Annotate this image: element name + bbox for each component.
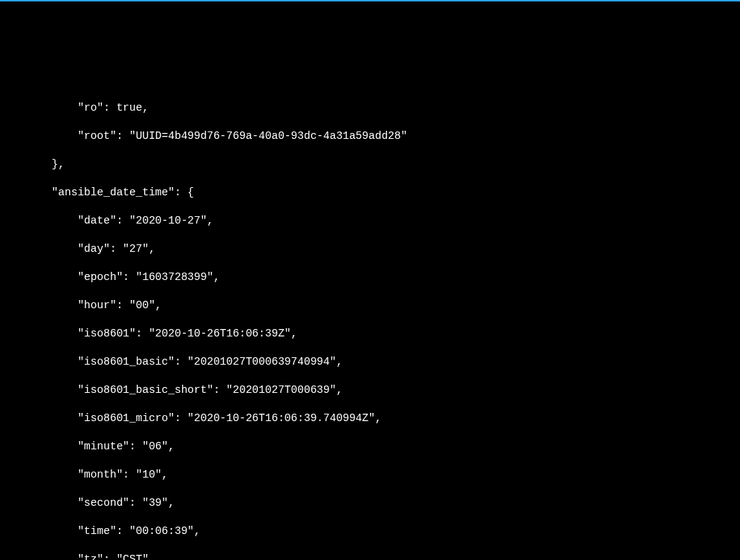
code-line: },: [0, 157, 740, 172]
window-top-border: [0, 0, 740, 1]
code-line: "ansible_date_time": {: [0, 186, 740, 200]
code-line: "day": "27",: [0, 242, 740, 256]
code-line: "tz": "CST",: [0, 553, 740, 560]
code-line: "ro": true,: [0, 101, 740, 115]
code-line: "root": "UUID=4b499d76-769a-40a0-93dc-4a…: [0, 129, 740, 143]
terminal-output[interactable]: "ro": true, "root": "UUID=4b499d76-769a-…: [0, 85, 740, 560]
code-line: "minute": "06",: [0, 440, 740, 454]
code-line: "month": "10",: [0, 468, 740, 482]
code-line: "second": "39",: [0, 496, 740, 510]
code-line: "iso8601_basic": "20201027T000639740994"…: [0, 355, 740, 369]
code-line: "time": "00:06:39",: [0, 524, 740, 538]
code-line: "iso8601": "2020-10-26T16:06:39Z",: [0, 327, 740, 341]
code-line: "hour": "00",: [0, 299, 740, 313]
code-line: "date": "2020-10-27",: [0, 214, 740, 228]
code-line: "iso8601_micro": "2020-10-26T16:06:39.74…: [0, 411, 740, 426]
code-line: "iso8601_basic_short": "20201027T000639"…: [0, 383, 740, 397]
code-line: "epoch": "1603728399",: [0, 270, 740, 284]
